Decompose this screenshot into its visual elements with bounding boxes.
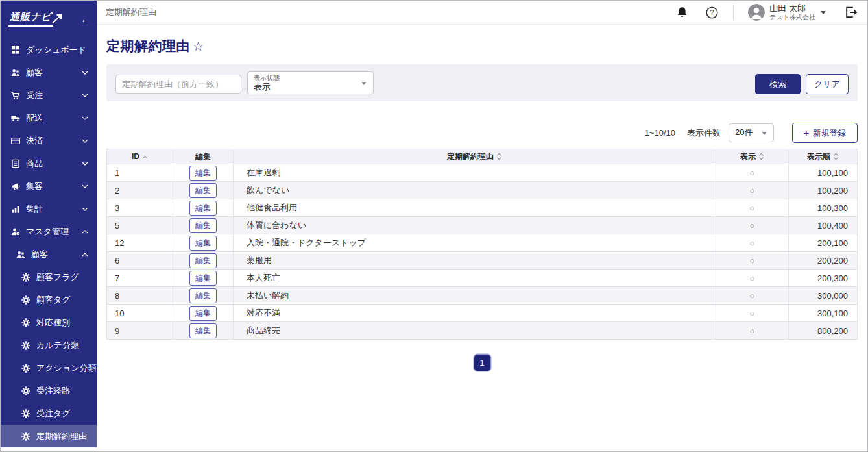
column-header-order[interactable]: 表示順 [789,149,858,164]
cell-reason: 商品終売 [234,322,716,340]
search-input[interactable] [115,75,241,94]
user-menu[interactable]: 山田 太郎 テスト株式会社 [769,4,815,21]
chart-icon [10,203,21,214]
clear-button[interactable]: クリア [806,74,849,94]
edit-button[interactable]: 編集 [189,306,217,321]
edit-button[interactable]: 編集 [189,166,217,181]
per-page-select[interactable]: 20件 [729,123,774,142]
edit-button[interactable]: 編集 [189,271,217,286]
edit-button[interactable]: 編集 [189,201,217,216]
sidebar-item-label: 配送 [26,112,43,124]
sidebar-item-label: 決済 [26,135,43,147]
sidebar-item-customer-flag[interactable]: 顧客フラグ [1,266,97,288]
column-header-reason[interactable]: 定期解約理由 [234,149,716,164]
app-logo[interactable]: 通販ナビ [8,11,64,27]
breadcrumb: 定期解約理由 [106,6,156,18]
cell-display-order: 100,300 [789,199,858,217]
cell-display: ○ [716,252,789,270]
favorite-star-icon[interactable]: ☆ [193,39,204,54]
sidebar-item-marketing[interactable]: 集客 [1,175,97,197]
sidebar-item-label: 受注タグ [36,408,71,420]
sidebar: 通販ナビ ← ダッシュボード顧客受注配送決済商品集客集計マスタ管理顧客顧客フラグ… [1,1,97,447]
table-row: 7編集本人死亡○200,300 [107,270,858,287]
display-status-circle: ○ [750,168,755,178]
edit-button[interactable]: 編集 [189,288,217,303]
notification-bell-icon[interactable] [676,6,688,19]
cell-display-order: 200,100 [789,234,858,252]
sidebar-item-karte-category[interactable]: カルテ分類 [1,334,97,357]
results-bar: 1~10/10 表示件数 20件 + 新規登録 [106,123,858,143]
page-title-text: 定期解約理由 [106,37,190,55]
sidebar-item-label: アクション分類 [36,362,97,374]
sidebar-item-products[interactable]: 商品 [1,152,97,175]
display-status-select[interactable]: 表示状態 表示 [247,71,374,94]
cell-edit: 編集 [173,199,234,217]
cell-id: 3 [107,199,173,217]
sidebar-item-customers[interactable]: 顧客 [1,61,97,84]
avatar[interactable] [748,4,765,21]
chevron-down-icon[interactable] [821,11,826,14]
gear-icon [20,362,31,373]
sidebar-item-label: 集計 [26,203,43,215]
sidebar-item-action-category[interactable]: アクション分類 [1,357,97,379]
sidebar-item-support-type[interactable]: 対応種別 [1,311,97,334]
user-name: 山田 太郎 [769,4,815,14]
page-button-1[interactable]: 1 [474,354,491,371]
cell-display-order: 100,100 [789,164,858,182]
logout-icon[interactable] [844,6,858,19]
cell-reason: 未払い解約 [234,287,716,305]
sidebar-item-master-management[interactable]: マスタ管理 [1,220,97,243]
column-header-label: 表示 [740,152,756,161]
display-status-circle: ○ [750,291,755,301]
display-status-circle: ○ [750,221,755,231]
search-button[interactable]: 検索 [755,74,801,94]
sidebar-item-label: 顧客 [26,67,43,79]
sidebar-item-label: 集客 [26,181,43,192]
edit-button[interactable]: 編集 [189,236,217,251]
edit-button[interactable]: 編集 [189,183,217,198]
new-registration-button[interactable]: + 新規登録 [792,123,858,143]
table-row: 10編集対応不満○300,100 [107,305,858,322]
chevron-up-icon [81,251,89,258]
edit-button[interactable]: 編集 [189,323,217,338]
chevron-down-icon [81,160,89,168]
sidebar-item-label: 顧客タグ [36,294,71,306]
sidebar-item-master-customers[interactable]: 顧客 [1,243,97,266]
sidebar-item-order-route[interactable]: 受注経路 [1,379,97,402]
chevron-up-icon [81,228,89,236]
topbar: 定期解約理由 ? 山田 太郎 テスト株式会社 [97,1,867,25]
cell-display: ○ [716,199,789,217]
sidebar-item-dashboard[interactable]: ダッシュボード [1,38,97,61]
column-header-display[interactable]: 表示 [716,149,789,164]
sidebar-item-label: マスタ管理 [26,226,69,238]
result-range: 1~10/10 [645,128,675,138]
users-icon [10,67,21,78]
sidebar-item-reports[interactable]: 集計 [1,197,97,220]
cell-display-order: 200,300 [789,270,858,287]
app-logo-text: 通販ナビ [8,11,53,27]
user-gear-icon [10,226,21,237]
cell-id: 8 [107,287,173,305]
cell-edit: 編集 [173,305,234,322]
sidebar-collapse-icon[interactable]: ← [80,14,90,24]
sidebar-item-orders[interactable]: 受注 [1,84,97,107]
column-header-id[interactable]: ID [107,149,173,164]
help-icon[interactable]: ? [705,6,719,19]
edit-button[interactable]: 編集 [189,253,217,268]
display-status-circle: ○ [750,273,755,283]
display-status-circle: ○ [750,203,755,213]
column-header-label: 表示順 [807,152,830,161]
sidebar-item-customer-tag[interactable]: 顧客タグ [1,288,97,311]
column-header-edit: 編集 [173,149,234,164]
search-panel: 表示状態 表示 検索 クリア [106,64,858,101]
sidebar-item-shipping[interactable]: 配送 [1,107,97,129]
sidebar-item-order-tag[interactable]: 受注タグ [1,402,97,425]
main-area: 定期解約理由 ? 山田 太郎 テスト株式会社 [97,1,867,451]
sidebar-item-cancel-reason[interactable]: 定期解約理由 [1,425,97,447]
sidebar-item-payment[interactable]: 決済 [1,129,97,152]
edit-button[interactable]: 編集 [189,218,217,233]
cell-edit: 編集 [173,322,234,340]
megaphone-icon [10,181,21,192]
table-header-row: ID編集定期解約理由表示表示順 [107,149,858,164]
topbar-actions: ? 山田 太郎 テスト株式会社 [676,4,858,21]
